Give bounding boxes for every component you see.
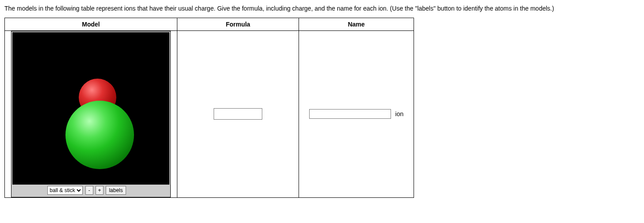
- instructions-text: The models in the following table repres…: [4, 4, 637, 13]
- header-name: Name: [299, 18, 414, 30]
- formula-input[interactable]: [214, 108, 262, 120]
- model-cell: ball & stick - + labels: [5, 30, 177, 197]
- ion-table: Model Formula Name ball & stick: [4, 18, 414, 198]
- name-input[interactable]: [309, 109, 391, 119]
- viewer-controls: ball & stick - + labels: [12, 185, 169, 196]
- atom-green-sphere: [65, 101, 134, 169]
- zoom-out-button[interactable]: -: [85, 186, 93, 195]
- view-mode-select[interactable]: ball & stick: [47, 186, 83, 195]
- model-container: ball & stick - + labels: [11, 31, 171, 197]
- name-suffix-label: ion: [395, 110, 404, 117]
- formula-cell: [177, 30, 299, 197]
- labels-button[interactable]: labels: [106, 186, 126, 195]
- molecule-viewer[interactable]: [12, 32, 169, 185]
- header-model: Model: [5, 18, 177, 30]
- table-row: ball & stick - + labels ion: [5, 30, 414, 197]
- name-cell: ion: [299, 30, 414, 197]
- header-formula: Formula: [177, 18, 299, 30]
- zoom-in-button[interactable]: +: [96, 186, 104, 195]
